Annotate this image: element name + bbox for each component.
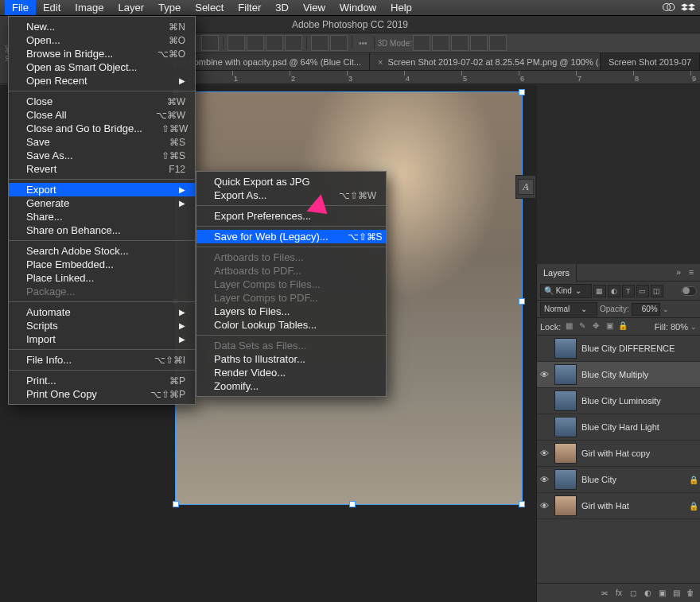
filter-kind-select[interactable]: 🔍 Kind ⌄ bbox=[540, 284, 592, 298]
transform-handle[interactable] bbox=[349, 501, 356, 507]
layer-row[interactable]: 👁Blue City🔒 bbox=[537, 467, 700, 493]
menu-item[interactable]: Scripts▶ bbox=[9, 319, 195, 332]
menu-item[interactable]: Save⌘S bbox=[9, 135, 195, 149]
transform-handle[interactable] bbox=[519, 298, 525, 305]
transform-handle[interactable] bbox=[519, 501, 525, 507]
menu-item[interactable]: Quick Export as JPG bbox=[196, 175, 386, 188]
menu-item[interactable]: Open Recent▶ bbox=[9, 74, 195, 87]
layer-thumbnail[interactable] bbox=[554, 338, 577, 359]
menu-item[interactable]: File Info...⌥⇧⌘I bbox=[9, 353, 195, 367]
filter-pixel-icon[interactable]: ▦ bbox=[593, 285, 606, 297]
menu-item[interactable]: Open as Smart Object... bbox=[9, 60, 195, 74]
lock-pixels-icon[interactable]: ✎ bbox=[577, 321, 588, 332]
menu-item[interactable]: Place Linked... bbox=[9, 271, 195, 285]
menu-item[interactable]: Zoomify... bbox=[196, 379, 386, 393]
opt-3d-slot[interactable] bbox=[432, 35, 449, 51]
opt-slot[interactable] bbox=[228, 35, 245, 51]
lock-artboard-icon[interactable]: ▣ bbox=[604, 321, 615, 332]
opt-slot[interactable] bbox=[247, 35, 264, 51]
menu-item[interactable]: Paths to Illustrator... bbox=[196, 352, 386, 366]
new-layer-icon[interactable]: ▤ bbox=[670, 587, 682, 600]
fill-value[interactable]: 80% bbox=[671, 322, 688, 332]
layer-row[interactable]: 👁Girl with Hat🔒 bbox=[537, 493, 700, 519]
blend-mode-select[interactable]: Normal⌄ bbox=[540, 302, 597, 317]
document-tab[interactable]: Screen Shot 2019-07 bbox=[601, 53, 700, 70]
visibility-icon[interactable]: 👁 bbox=[539, 475, 550, 484]
type-tool-icon[interactable]: A bbox=[518, 179, 534, 195]
lock-all-icon[interactable]: 🔒 bbox=[617, 321, 628, 332]
dropbox-icon[interactable] bbox=[681, 2, 695, 14]
lock-transparency-icon[interactable]: ▦ bbox=[563, 321, 574, 332]
opt-more[interactable]: ••• bbox=[359, 39, 368, 48]
layer-thumbnail[interactable] bbox=[554, 469, 577, 490]
menu-image[interactable]: Image bbox=[68, 0, 111, 15]
layer-row[interactable]: 👁Blue City Multiply bbox=[537, 362, 700, 388]
chevron-down-icon[interactable]: ⌄ bbox=[663, 305, 669, 313]
layer-thumbnail[interactable] bbox=[554, 364, 577, 385]
opt-3d-slot[interactable] bbox=[489, 35, 507, 51]
panel-collapse-icon[interactable]: » bbox=[673, 267, 684, 278]
menu-item[interactable]: Color Lookup Tables... bbox=[196, 318, 386, 332]
menu-layer[interactable]: Layer bbox=[111, 0, 152, 15]
menu-item[interactable]: RevertF12 bbox=[9, 162, 195, 176]
panel-menu-icon[interactable]: ≡ bbox=[686, 267, 697, 278]
layer-thumbnail[interactable] bbox=[554, 495, 577, 516]
menu-window[interactable]: Window bbox=[332, 0, 383, 15]
menu-filter[interactable]: Filter bbox=[231, 0, 268, 15]
menu-file[interactable]: File bbox=[5, 0, 36, 15]
group-icon[interactable]: ▣ bbox=[655, 587, 668, 600]
menu-item[interactable]: Automate▶ bbox=[9, 305, 195, 319]
filter-adjust-icon[interactable]: ◐ bbox=[608, 285, 620, 297]
layer-mask-icon[interactable]: ◻ bbox=[627, 587, 640, 600]
menu-item[interactable]: Close All⌥⌘W bbox=[9, 108, 195, 122]
panel-tab-layers[interactable]: Layers bbox=[537, 264, 577, 282]
transform-handle[interactable] bbox=[173, 501, 179, 507]
opt-3d-slot[interactable] bbox=[470, 35, 488, 51]
opt-3d-slot[interactable] bbox=[413, 35, 430, 51]
menu-edit[interactable]: Edit bbox=[36, 0, 68, 15]
creative-cloud-icon[interactable] bbox=[662, 2, 676, 14]
visibility-icon[interactable]: 👁 bbox=[539, 449, 550, 458]
layer-fx-icon[interactable]: fx bbox=[612, 587, 625, 600]
layer-row[interactable]: Blue City Hard Light bbox=[537, 414, 700, 441]
chevron-down-icon[interactable]: ⌄ bbox=[690, 323, 697, 331]
menu-item[interactable]: Search Adobe Stock... bbox=[9, 244, 195, 258]
filter-shape-icon[interactable]: ▭ bbox=[636, 285, 649, 297]
opt-slot[interactable] bbox=[330, 35, 348, 51]
menu-view[interactable]: View bbox=[296, 0, 332, 15]
menu-item[interactable]: Save for Web (Legacy)...⌥⇧⌘S bbox=[196, 230, 386, 243]
menu-item[interactable]: Generate▶ bbox=[9, 196, 195, 210]
menu-item[interactable]: Export As...⌥⇧⌘W bbox=[196, 188, 386, 202]
visibility-icon[interactable]: 👁 bbox=[539, 370, 550, 379]
filter-smart-icon[interactable]: ◫ bbox=[651, 285, 663, 297]
adjustment-layer-icon[interactable]: ◐ bbox=[641, 587, 654, 600]
menu-item[interactable]: Place Embedded... bbox=[9, 258, 195, 271]
menu-select[interactable]: Select bbox=[188, 0, 231, 15]
menu-item[interactable]: Render Video... bbox=[196, 366, 386, 379]
menu-item[interactable]: Print...⌘P bbox=[9, 374, 195, 387]
opt-slot[interactable] bbox=[201, 35, 219, 51]
menu-item[interactable]: Close⌘W bbox=[9, 95, 195, 108]
filter-type-icon[interactable]: T bbox=[622, 285, 635, 297]
menu-item[interactable]: Layers to Files... bbox=[196, 305, 386, 318]
lock-position-icon[interactable]: ✥ bbox=[590, 321, 601, 332]
opt-slot[interactable] bbox=[311, 35, 329, 51]
menu-item[interactable]: Share on Behance... bbox=[9, 223, 195, 237]
opt-slot[interactable] bbox=[285, 35, 302, 51]
menu-item[interactable]: Print One Copy⌥⇧⌘P bbox=[9, 387, 195, 401]
menu-item[interactable]: Share... bbox=[9, 210, 195, 223]
menu-item[interactable]: Save As...⇧⌘S bbox=[9, 149, 195, 162]
layer-thumbnail[interactable] bbox=[554, 443, 577, 464]
visibility-icon[interactable]: 👁 bbox=[539, 501, 550, 511]
opt-3d-slot[interactable] bbox=[451, 35, 469, 51]
document-tab[interactable]: ×Screen Shot 2019-07-02 at 8.25.54 PM.pn… bbox=[370, 53, 601, 70]
opacity-value[interactable]: 60% bbox=[632, 303, 660, 316]
layer-row[interactable]: Blue City DIFFERENCE bbox=[537, 336, 700, 362]
layer-row[interactable]: Blue City Luminosity bbox=[537, 388, 700, 414]
filter-toggle[interactable] bbox=[681, 286, 697, 296]
delete-layer-icon[interactable]: 🗑 bbox=[684, 587, 697, 600]
menu-item[interactable]: Close and Go to Bridge...⇧⌘W bbox=[9, 122, 195, 135]
close-icon[interactable]: × bbox=[378, 57, 383, 67]
menu-item[interactable]: Import▶ bbox=[9, 332, 195, 346]
menu-3d[interactable]: 3D bbox=[268, 0, 296, 15]
